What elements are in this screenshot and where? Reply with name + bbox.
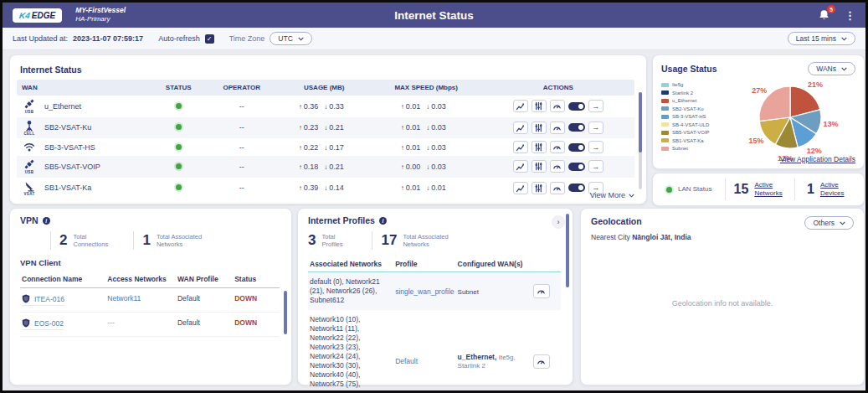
legend-label: Subnet [672, 146, 688, 151]
download-arrow-icon: ↓ [426, 103, 429, 111]
timezone-select[interactable]: UTC [270, 32, 311, 45]
wan-type-badge: CELL [24, 132, 35, 137]
speedometer-icon [552, 123, 562, 132]
configure-button[interactable] [532, 122, 547, 134]
stat-label: Total Associated Networks [157, 233, 222, 248]
upload-arrow-icon: ↑ [401, 184, 404, 192]
upload-arrow-icon: ↑ [401, 124, 404, 132]
table-row: default (0), Network21 (21), Network26 (… [308, 272, 561, 311]
geolocation-filter-select[interactable]: Others [804, 216, 854, 230]
table-row: VSAT SB1-VSAT-Ka -- ↑0.39↓0.14 ↑0.01↓0.0… [17, 178, 634, 199]
configure-button[interactable] [532, 160, 547, 173]
wan-enable-toggle[interactable] [568, 184, 585, 192]
chevron-down-icon [840, 221, 845, 225]
wan-detail-arrow-button[interactable]: → [588, 160, 603, 173]
lan-status-label: LAN Status [678, 185, 711, 194]
speed-download: 0.01 [431, 184, 446, 192]
geolocation-message: Geolocation info not available. [581, 299, 864, 308]
stat-value: 3 [308, 233, 316, 248]
status-dot-up [176, 103, 182, 109]
download-arrow-icon: ↓ [324, 144, 327, 152]
profiles-table: Associated Networks Profile Configured W… [308, 256, 561, 393]
last-updated-value: 2023-11-07 07:59:17 [73, 34, 143, 43]
app-logo[interactable]: K4 EDGE [13, 8, 62, 23]
vpn-scrollbar[interactable] [284, 291, 287, 334]
download-arrow-icon: ↓ [324, 184, 327, 192]
time-range-select[interactable]: Last 15 mins [788, 32, 855, 45]
info-icon[interactable]: i [43, 217, 50, 225]
profile-link[interactable]: Default [395, 357, 418, 365]
legend-swatch [661, 90, 669, 95]
access-network-link[interactable]: Network11 [107, 294, 141, 303]
statistics-button[interactable] [513, 100, 528, 112]
speedtest-button[interactable] [550, 141, 565, 153]
speedometer-icon [552, 142, 562, 152]
legend-item: SB-3-VSAT-HS [661, 114, 710, 119]
last-updated-label: Last Updated at: [13, 34, 68, 43]
chart-icon [516, 123, 525, 132]
vpn-connection[interactable]: EOS-002 [22, 318, 64, 330]
speedtest-button[interactable] [550, 160, 565, 173]
wan-enable-toggle[interactable] [568, 163, 585, 171]
legend-swatch [661, 83, 669, 87]
vessel-info: MY-FirstVessel HA-Primary [75, 6, 126, 23]
view-application-details-link[interactable]: View Application Details [780, 155, 855, 163]
wan-enable-toggle[interactable] [568, 123, 585, 132]
speedtest-button[interactable] [550, 122, 565, 134]
associated-networks: Network10 (10), Network11 (11), Network2… [310, 315, 387, 393]
profile-link[interactable]: single_wan_profile [395, 287, 454, 296]
statistics-button[interactable] [513, 182, 528, 194]
kebab-menu-icon[interactable]: ⋮ [845, 10, 855, 21]
logo-edge-text: EDGE [32, 11, 55, 20]
statistics-button[interactable] [513, 160, 528, 173]
vpn-panel: VPN i 2 Total Connections 1 Total Associ… [9, 208, 292, 385]
configure-button[interactable] [532, 182, 547, 194]
notifications-button[interactable]: 5 [818, 8, 831, 22]
info-icon[interactable]: i [379, 217, 387, 225]
nearest-city-value: Nāngloi Jāt, India [632, 233, 691, 241]
profiles-scrollbar[interactable] [566, 214, 569, 287]
cell-antenna-icon [23, 120, 35, 132]
table-row: Network10 (10), Network11 (11), Network2… [308, 310, 561, 393]
vpn-stat-networks: 1 Total Associated Networks [133, 231, 221, 250]
wan-detail-arrow-button[interactable]: → [588, 141, 603, 153]
shield-icon [22, 294, 30, 303]
sliders-icon [534, 162, 543, 171]
wan-detail-arrow-button[interactable]: → [588, 100, 603, 112]
expand-panel-button[interactable]: › [552, 215, 565, 229]
wan-name: SB1-VSAT-Ka [44, 184, 91, 192]
stat-label: Total Profiles [321, 233, 355, 248]
auto-refresh-checkbox[interactable]: ✓ [205, 34, 214, 44]
profile-speedtest-button[interactable] [533, 354, 550, 369]
vpn-connection[interactable]: ITEA-016 [22, 294, 64, 306]
wan-detail-arrow-button[interactable]: → [588, 122, 603, 134]
configure-button[interactable] [532, 141, 547, 153]
legend-item: SB-4-VSAT-ULD [661, 122, 710, 127]
internet-status-title: Internet Status [20, 65, 82, 75]
table-row: CELL SB2-VSAT-Ku -- ↑0.23↓0.21 ↑0.01↓0.0… [17, 117, 634, 139]
configure-button[interactable] [532, 100, 547, 112]
legend-item: Subnet [661, 146, 710, 151]
profile-speedtest-button[interactable] [533, 284, 550, 298]
wan-enable-toggle[interactable] [568, 102, 585, 111]
sliders-icon [534, 123, 543, 132]
active-devices-link[interactable]: Active Devices [820, 181, 852, 198]
statistics-button[interactable] [513, 122, 528, 134]
chart-icon [516, 184, 525, 193]
vpn-client-table: Connection Name Access Networks WAN Prof… [20, 271, 280, 337]
stat-value: 1 [142, 233, 150, 248]
wifi-icon [23, 141, 35, 153]
upload-arrow-icon: ↑ [299, 163, 302, 171]
speedtest-button[interactable] [550, 182, 565, 194]
column-header-action [532, 256, 561, 272]
column-header-operator: OPERATOR [206, 80, 278, 96]
speedtest-button[interactable] [550, 100, 565, 112]
table-scrollbar[interactable] [639, 92, 642, 189]
view-more-link[interactable]: View More [590, 191, 634, 199]
active-networks-link[interactable]: Active Networks [754, 181, 786, 198]
statistics-button[interactable] [513, 141, 528, 153]
vpn-status: DOWN [234, 294, 257, 303]
wan-type-badge: VSAT [24, 193, 35, 197]
wan-enable-toggle[interactable] [568, 143, 585, 152]
speedometer-icon [537, 357, 546, 366]
